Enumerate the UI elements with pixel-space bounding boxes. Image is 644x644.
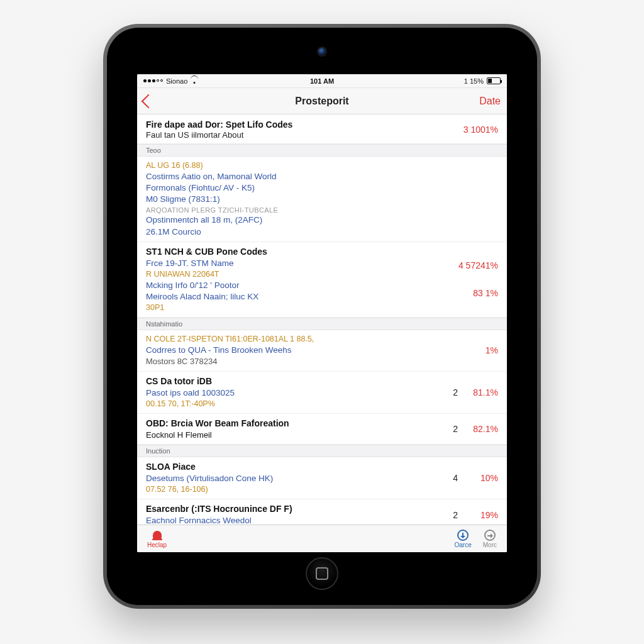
back-icon[interactable] <box>142 94 156 108</box>
camera-icon <box>318 48 326 55</box>
item-count: 2 <box>453 424 458 434</box>
list-item[interactable]: AL UG 16 (6.88)Costirms Aatio on, Mamona… <box>137 157 507 242</box>
list-item[interactable]: Esarcenbr (:ITS Hocrounince DF F) Eachno… <box>137 499 507 525</box>
tab-more[interactable]: Morc <box>483 530 497 548</box>
list-item[interactable]: SLOA Piace Desetums (Virtulisadon Cone H… <box>137 457 507 499</box>
item-subtitle: Faul tan US iilmortar About <box>146 130 292 140</box>
item-title: Esarcenbr (:ITS Hocrounince DF F) <box>146 503 498 515</box>
battery-icon <box>487 77 501 84</box>
screen: Sionao 101 AM 1 15% Prosteporit Date Fir… <box>137 74 507 552</box>
tab-label: Heclap <box>147 541 167 548</box>
tab-alerts[interactable]: Heclap <box>147 530 167 548</box>
item-line: Codrres to QUA - Tins Brooken Weehs <box>146 345 498 356</box>
item-percent: 4 57241% <box>458 260 498 270</box>
item-count: 2 <box>453 387 458 397</box>
item-line: Costirms Aatio on, Mamonal World <box>146 171 498 182</box>
item-subtitle: Frce 19-JT. STM Name <box>146 258 498 269</box>
section-header: Inuction <box>137 445 507 457</box>
item-title: CS Da totor iDB <box>146 375 498 387</box>
item-line: M0 Sligme (7831:1) <box>146 194 498 205</box>
content-scroll[interactable]: Fire dape aad Dor: Spet Lifo Codes Faul … <box>137 114 507 525</box>
item-title: OBD: Brcia Wor Beam Faforeation <box>146 418 498 430</box>
nav-bar: Prosteporit Date <box>137 88 507 114</box>
home-button[interactable] <box>306 557 338 590</box>
item-percent: 19% <box>480 510 498 520</box>
item-title: ST1 NCH & CUB Pone Codes <box>146 246 498 258</box>
item-line: R UNIAWAN 22064T <box>146 269 498 280</box>
item-percent: 82.1% <box>473 424 498 434</box>
item-line: Opstinmentch all 18 m, (2AFC) <box>146 214 498 226</box>
page-title: Prosteporit <box>295 96 348 107</box>
item-line: ARQOATION PLERG TZICHI-TUBCALE <box>146 206 498 215</box>
item-percent: 83 1% <box>458 288 498 298</box>
item-percent: 3 1001% <box>464 125 498 135</box>
item-line: AL UG 16 (6.88) <box>146 160 498 171</box>
status-bar: Sionao 101 AM 1 15% <box>137 74 507 88</box>
clock-label: 101 AM <box>310 77 334 85</box>
list-item[interactable]: ST1 NCH & CUB Pone Codes Frce 19-JT. STM… <box>137 242 507 318</box>
tab-label: Oarce <box>455 541 472 548</box>
item-line: 00.15 70, 1T:-40P% <box>146 399 498 409</box>
item-line: Pasot ips oald 1003025 <box>146 387 498 399</box>
item-line: Formonals (Fiohtuc/ AV - K5) <box>146 182 498 194</box>
item-percent: 81.1% <box>473 387 498 397</box>
tab-bar: Heclap Oarce Morc <box>137 525 507 552</box>
item-percent: 1% <box>486 345 498 355</box>
item-count: 4 <box>453 473 458 483</box>
section-header: Nstahimatio <box>137 318 507 330</box>
bell-icon <box>151 530 164 541</box>
list-item[interactable]: CS Da totor iDB Pasot ips oald 100302500… <box>137 372 507 414</box>
more-icon <box>484 530 496 541</box>
item-line: Desetums (Virtulisadon Cone HK) <box>146 473 498 484</box>
item-line: Mcking Irfo 0/'12 ' Pootor <box>146 280 498 291</box>
list-item[interactable]: OBD: Brcia Wor Beam Faforeation Eocknol … <box>137 414 507 445</box>
tab-download[interactable]: Oarce <box>455 530 472 548</box>
item-subtitle: Eocknol H Flemeil <box>146 430 498 441</box>
item-title: SLOA Piace <box>146 461 498 473</box>
item-line: 26.1M Courcio <box>146 226 498 238</box>
battery-label: 1 15% <box>464 77 484 85</box>
item-line: N COLE 2T-ISPETON TI61:0ER-1081AL 1 88.5… <box>146 334 498 345</box>
item-title: Fire dape aad Dor: Spet Lifo Codes <box>146 119 292 130</box>
item-line: Mostors 8C 378234 <box>146 356 498 367</box>
item-line: Meirools Alacd Naain; liluc KX <box>146 291 498 303</box>
section-header: Teoo <box>137 144 507 157</box>
item-subtitle: Eachnol Fornnacics Weedol <box>146 515 498 525</box>
tablet-frame: Sionao 101 AM 1 15% Prosteporit Date Fir… <box>103 24 541 609</box>
item-line: 07.52 76, 16-106) <box>146 484 498 495</box>
wifi-icon <box>191 78 198 84</box>
carrier-label: Sionao <box>166 77 187 85</box>
list-item[interactable]: N COLE 2T-ISPETON TI61:0ER-1081AL 1 88.5… <box>137 330 507 372</box>
item-percent: 10% <box>480 473 498 483</box>
list-item[interactable]: Fire dape aad Dor: Spet Lifo Codes Faul … <box>137 114 507 144</box>
item-count: 2 <box>453 510 458 520</box>
signal-dots-icon <box>143 79 163 82</box>
tablet-bezel: Sionao 101 AM 1 15% Prosteporit Date Fir… <box>107 28 537 605</box>
tab-label: Morc <box>483 541 497 548</box>
download-icon <box>457 530 469 541</box>
date-button[interactable]: Date <box>479 96 501 107</box>
item-line: 30P1 <box>146 303 498 313</box>
